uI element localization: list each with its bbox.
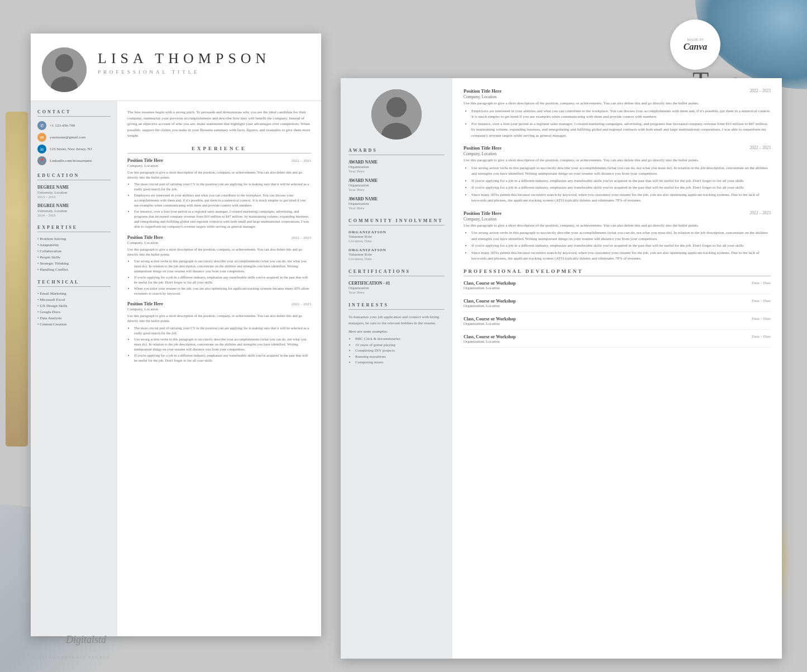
job-date-1: 2022 – 2023: [292, 159, 311, 163]
tech-6: Content Creation: [37, 322, 111, 327]
class-title-2: Class, Course or Workshop: [464, 299, 516, 304]
job-company-2: Company, Location: [127, 241, 311, 245]
class-org-4: Organization, Location: [464, 339, 516, 344]
bullet-2-1: Use strong action verbs in this paragrap…: [134, 258, 311, 273]
job-desc-2: Use this paragraph to give a short descr…: [127, 247, 311, 257]
interest-4: Running marathons: [355, 354, 445, 360]
bullet-1-1: The most crucial part of tailoring your …: [134, 181, 311, 191]
resume-page-1: LISA THOMPSON PROFESSIONAL TITLE CONTACT…: [31, 33, 321, 636]
bullet-1-3: For instance, over a four-year period as…: [134, 209, 311, 229]
job-desc-1: Use this paragraph to give a short descr…: [127, 170, 311, 180]
bullet-3-3: If you're applying for a job in a differ…: [134, 353, 311, 363]
tech-3: UX Design Skills: [37, 304, 111, 308]
job-title-2: Position Title Here: [127, 235, 163, 240]
job-bullets-1: The most crucial part of tailoring your …: [127, 181, 311, 229]
address-value: 123 Street, New Jersey, NJ: [50, 147, 92, 151]
class-org-3: Organization, Location: [464, 321, 516, 326]
tech-1: Email Marketing: [37, 291, 111, 296]
degree-1: DEGREE NAME University, Location 2013 – …: [37, 185, 111, 199]
brand-footer: Digitalstd DIGITAL TEMPLATE STUDIO: [32, 655, 109, 660]
interests-section: INTERESTS To humanize your job applicati…: [348, 303, 445, 366]
tech-2: Microsoft Excel: [37, 297, 111, 302]
community-1: ORGANIZATION Volunteer Role Location, Da…: [348, 230, 445, 243]
p2-job-date-3: 2022 – 2023: [750, 210, 771, 216]
skill-1: Problem Solving: [37, 237, 111, 241]
email-item: ✉ yourname@gmail.com: [37, 133, 111, 142]
prof-dev-heading: PROFESSIONAL DEVELOPMENT: [464, 268, 771, 276]
summary-text: The best resumes begin with a strong pit…: [127, 109, 311, 139]
contact-section: CONTACT ✆ +1 123-456-789 ✉ yourname@gmai…: [37, 109, 111, 165]
job-company-1: Company, Location: [127, 164, 311, 168]
page2-photo: [371, 89, 422, 140]
p2-job-date-1: 2022 – 2023: [750, 88, 771, 94]
brand-sub: DIGITAL TEMPLATE STUDIO: [32, 655, 109, 660]
certifications-section: CERTIFICATIONS CERTIFICATION - #1 Organi…: [348, 269, 445, 295]
prof-dev-2: Class, Course or Workshop Organization, …: [464, 299, 771, 312]
skill-5: Strategic Thinking: [37, 261, 111, 266]
expertise-heading: EXPERTISE: [37, 225, 111, 232]
p2-job-title-3: Position Title Here: [464, 210, 502, 216]
job-date-2: 2022 – 2023: [292, 236, 311, 240]
resume-sidebar: CONTACT ✆ +1 123-456-789 ✉ yourname@gmai…: [31, 101, 117, 636]
interest-3: Completing DIY projects: [355, 348, 445, 354]
page2-sidebar: AWARDS AWARD NAME Organization Year Here…: [341, 78, 452, 659]
p2-job-2: Position Title Here 2022 – 2023 Company,…: [464, 145, 771, 204]
skill-2: Adaptability: [37, 243, 111, 247]
resume-name: LISA THOMPSON: [98, 50, 310, 67]
p2-job-desc-3: Use this paragraph to give a short descr…: [464, 223, 771, 229]
resume-subtitle: PROFESSIONAL TITLE: [98, 69, 310, 75]
phone-item: ✆ +1 123-456-789: [37, 121, 111, 130]
address-item: in 123 Street, New Jersey, NJ: [37, 145, 111, 153]
award-3: AWARD NAME Organization Year Here: [348, 196, 445, 210]
expertise-section: EXPERTISE Problem Solving Adaptability C…: [37, 225, 111, 272]
linkedin-value: LinkedIn.com/in/usarname: [50, 159, 92, 163]
skill-4: People Skills: [37, 255, 111, 260]
class-date-2: Date – Date: [752, 299, 771, 308]
p2-job-company-3: Company, Location: [464, 217, 771, 222]
technical-heading: TECHNICAL: [37, 280, 111, 287]
job-entry-1: Position Title Here 2022 – 2023 Company,…: [127, 158, 311, 229]
svg-point-4: [386, 97, 407, 117]
prof-dev-section: PROFESSIONAL DEVELOPMENT Class, Course o…: [464, 268, 771, 348]
bullet-2-3: When you tailor your resume to the job, …: [134, 286, 311, 296]
interests-list: BBC Click & documentaries 10 years of gu…: [348, 336, 445, 366]
job-bullets-3: The most crucial part of tailoring your …: [127, 325, 311, 363]
resume-body: CONTACT ✆ +1 123-456-789 ✉ yourname@gmai…: [31, 101, 321, 636]
made-in-label: MADE IN: [687, 37, 704, 42]
p2-bullet-3-2: If you're applying for a job in a differ…: [471, 243, 771, 249]
tech-4: Google Docs: [37, 310, 111, 314]
resume-page-2: AWARDS AWARD NAME Organization Year Here…: [341, 78, 782, 659]
class-date-4: Date – Date: [752, 334, 771, 344]
class-date-1: Date – Date: [752, 281, 771, 290]
p2-job-bullets-3: Use strong action verbs in this paragrap…: [464, 230, 771, 262]
awards-section: AWARDS AWARD NAME Organization Year Here…: [348, 148, 445, 210]
p2-job-desc-2: Use this paragraph to give a short descr…: [464, 157, 771, 164]
award-1: AWARD NAME Organization Year Here: [348, 160, 445, 174]
prof-dev-3: Class, Course or Workshop Organization, …: [464, 316, 771, 330]
location-icon: 📍: [37, 156, 46, 165]
job-title-1: Position Title Here: [127, 158, 163, 163]
job-company-3: Company, Location: [127, 307, 311, 311]
p2-job-title-2: Position Title Here: [464, 145, 502, 151]
page2-main: Position Title Here 2022 – 2023 Company,…: [452, 78, 782, 659]
p2-job-1: Position Title Here 2022 – 2023 Company,…: [464, 88, 771, 138]
email-icon: ✉: [37, 133, 46, 142]
p2-bullet-2-2: If you're applying for a job in a differ…: [471, 178, 771, 184]
community-heading: COMMUNITY INVOLVMENT: [348, 218, 445, 225]
tech-5: Data Analysis: [37, 316, 111, 320]
gold-stripe-left: [6, 112, 28, 447]
award-2: AWARD NAME Organization Year Here: [348, 178, 445, 192]
job-bullets-2: Use strong action verbs in this paragrap…: [127, 258, 311, 296]
job-title-3: Position Title Here: [127, 301, 163, 306]
skill-6: Handling Conflict: [37, 267, 111, 272]
job-entry-2: Position Title Here 2022 – 2023 Company,…: [127, 235, 311, 296]
interests-text: To humanize your job application and con…: [348, 314, 445, 326]
p2-bullet-1-1: Employers are interested in your abiliti…: [471, 108, 771, 120]
p2-bullet-2-1: Use strong action verbs in this paragrap…: [471, 165, 771, 177]
prof-dev-4: Class, Course or Workshop Organization, …: [464, 334, 771, 348]
interests-heading: INTERESTS: [348, 303, 445, 310]
technical-section: TECHNICAL Email Marketing Microsoft Exce…: [37, 280, 111, 327]
p2-job-date-2: 2022 – 2023: [750, 145, 771, 151]
p2-bullet-2-3: If you're applying for a job in a differ…: [471, 185, 771, 191]
p2-job-3: Position Title Here 2022 – 2023 Company,…: [464, 210, 771, 262]
